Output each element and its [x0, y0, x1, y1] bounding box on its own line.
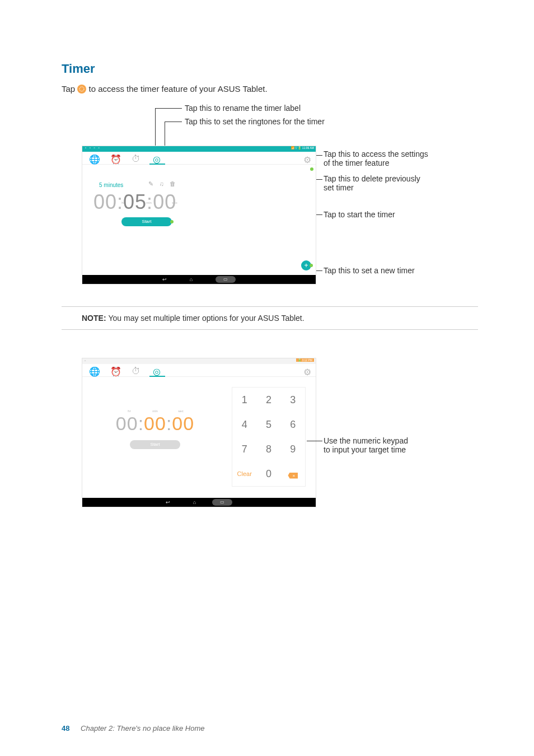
- page-number: 48: [62, 724, 69, 732]
- key-6[interactable]: 6: [281, 412, 305, 437]
- nav-home-icon[interactable]: ⌂: [190, 275, 193, 284]
- android-navbar: ↩ ⌂ ▭: [82, 498, 316, 507]
- nav-recent-icon[interactable]: ▭: [212, 499, 232, 506]
- timer-digits: 00:00:00: [82, 413, 228, 435]
- status-bar: ▫ ▫ ▫ ▫ 📶 ▽ 🔋 11:06 AM: [82, 146, 316, 152]
- callout-rename: Tap this to rename the timer label: [185, 104, 301, 113]
- callout-new: Tap this to set a new timer: [324, 266, 415, 275]
- intro-text: Tap to access the timer feature of your …: [62, 84, 478, 94]
- key-3[interactable]: 3: [281, 388, 305, 412]
- tab-alarm[interactable]: ⏰: [110, 366, 118, 374]
- callout-start: Tap to start the timer: [324, 210, 395, 219]
- add-timer-button[interactable]: +: [301, 260, 311, 270]
- nav-home-icon[interactable]: ⌂: [193, 498, 196, 507]
- status-bar: ▫ 🔋 3:12 PM: [82, 358, 316, 364]
- chapter-title: Chapter 2: There's no place like Home: [81, 724, 204, 732]
- timer-digits: 00:05:00: [82, 190, 316, 214]
- ringtone-icon[interactable]: ♫: [159, 180, 163, 187]
- tab-stopwatch[interactable]: ⏱: [132, 154, 139, 162]
- key-4[interactable]: 4: [232, 412, 256, 437]
- tab-alarm[interactable]: ⏰: [110, 154, 118, 162]
- page-footer: 48 Chapter 2: There's no place like Home: [62, 724, 205, 732]
- nav-back-icon[interactable]: ↩: [166, 498, 170, 507]
- key-5[interactable]: 5: [256, 412, 280, 437]
- key-8[interactable]: 8: [256, 437, 280, 461]
- start-button[interactable]: Start: [121, 217, 172, 226]
- tab-timer[interactable]: ◎: [153, 154, 161, 162]
- key-7[interactable]: 7: [232, 437, 256, 461]
- settings-icon[interactable]: ⚙: [303, 367, 311, 377]
- callout-ringtone: Tap this to set the ringtones for the ti…: [185, 117, 325, 126]
- clock-tabs: 🌐 ⏰ ⏱ ◎ ⚙: [82, 364, 316, 377]
- key-0[interactable]: 0: [256, 461, 280, 486]
- nav-recent-icon[interactable]: ▭: [216, 276, 236, 283]
- figure-timer-input: ▫ 🔋 3:12 PM 🌐 ⏰ ⏱ ◎ ⚙ hrminsec 00:00:00 …: [62, 358, 478, 515]
- section-title: Timer: [62, 62, 478, 76]
- android-navbar: ↩ ⌂ ▭: [82, 275, 316, 284]
- key-clear[interactable]: Clear: [232, 461, 256, 486]
- rename-icon[interactable]: ✎: [148, 180, 153, 187]
- phone-screenshot-2: ▫ 🔋 3:12 PM 🌐 ⏰ ⏱ ◎ ⚙ hrminsec 00:00:00 …: [82, 358, 316, 507]
- intro-pre: Tap: [62, 84, 77, 94]
- note-prefix: NOTE:: [82, 314, 108, 323]
- tab-timer[interactable]: ◎: [153, 366, 161, 374]
- clock-tabs: 🌐 ⏰ ⏱ ◎ ⚙: [82, 152, 316, 165]
- tab-stopwatch[interactable]: ⏱: [132, 366, 139, 374]
- figure-timer-set: Tap this to rename the timer label Tap t…: [62, 104, 478, 294]
- tab-world-clock[interactable]: 🌐: [89, 366, 97, 374]
- intro-post: to access the timer feature of your ASUS…: [86, 84, 267, 94]
- numeric-keypad: 123 456 789 Clear0×: [232, 387, 306, 487]
- key-backspace[interactable]: ×: [281, 461, 305, 486]
- svg-point-0: [79, 87, 84, 91]
- callout-delete: Tap this to delete previouslyset timer: [324, 174, 420, 192]
- tab-world-clock[interactable]: 🌐: [89, 154, 97, 162]
- note-box: NOTE: You may set multiple timer options…: [62, 306, 478, 330]
- callout-keypad: Use the numeric keypadto input your targ…: [324, 436, 408, 454]
- start-button[interactable]: Start: [130, 440, 180, 449]
- timer-icon: [77, 85, 86, 94]
- callout-settings: Tap this to access the settingsof the ti…: [324, 150, 428, 167]
- settings-icon[interactable]: ⚙: [303, 155, 311, 165]
- key-2[interactable]: 2: [256, 388, 280, 412]
- key-1[interactable]: 1: [232, 388, 256, 412]
- phone-screenshot-1: ▫ ▫ ▫ ▫ 📶 ▽ 🔋 11:06 AM 🌐 ⏰ ⏱ ◎ ⚙ 5 minut…: [82, 146, 316, 284]
- nav-back-icon[interactable]: ↩: [162, 275, 167, 284]
- timer-label[interactable]: 5 minutes: [99, 182, 123, 188]
- key-9[interactable]: 9: [281, 437, 305, 461]
- note-text: You may set multiple timer options for y…: [108, 314, 304, 323]
- delete-icon[interactable]: 🗑: [170, 180, 176, 187]
